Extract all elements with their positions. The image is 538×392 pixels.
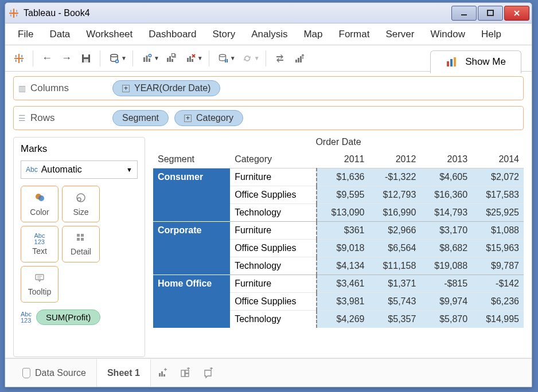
value-cell[interactable]: -$815: [420, 275, 472, 293]
datasource-button[interactable]: [106, 50, 122, 67]
category-cell[interactable]: Office Supplies: [230, 293, 317, 311]
header-year-2013[interactable]: 2013: [420, 151, 472, 168]
value-cell[interactable]: $12,793: [369, 186, 420, 204]
new-story-tab[interactable]: [197, 359, 220, 387]
menu-data[interactable]: Data: [42, 25, 77, 44]
save-button[interactable]: [78, 50, 94, 67]
mark-card-tooltip[interactable]: Tooltip: [21, 266, 59, 303]
value-cell[interactable]: $5,357: [369, 311, 420, 328]
value-cell[interactable]: $16,360: [420, 186, 472, 204]
tableau-logo-icon[interactable]: [11, 50, 27, 67]
svg-rect-11: [14, 58, 24, 59]
autoupdate-button[interactable]: [215, 50, 231, 67]
menu-worksheet[interactable]: Worksheet: [79, 25, 139, 44]
value-cell[interactable]: $3,461: [317, 275, 369, 293]
category-cell[interactable]: Office Supplies: [230, 240, 317, 257]
refresh-button[interactable]: [239, 50, 255, 67]
value-cell[interactable]: $6,564: [369, 240, 420, 257]
menu-format[interactable]: Format: [332, 25, 377, 44]
pill-segment[interactable]: Segment: [112, 110, 169, 126]
value-cell[interactable]: $9,974: [420, 293, 472, 311]
menu-server[interactable]: Server: [379, 25, 421, 44]
value-cell[interactable]: $15,963: [472, 240, 524, 257]
maximize-button[interactable]: [478, 6, 503, 21]
category-cell[interactable]: Furniture: [230, 222, 317, 240]
value-cell[interactable]: $13,090: [317, 204, 369, 222]
minimize-button[interactable]: [451, 6, 477, 21]
value-cell[interactable]: $17,583: [472, 186, 524, 204]
value-cell[interactable]: $9,018: [317, 240, 369, 257]
value-cell[interactable]: $2,966: [369, 222, 420, 240]
value-cell[interactable]: $4,134: [317, 257, 369, 275]
new-worksheet-button[interactable]: [139, 50, 155, 67]
value-cell[interactable]: $1,636: [317, 168, 369, 186]
category-cell[interactable]: Furniture: [230, 275, 317, 293]
menu-map[interactable]: Map: [297, 25, 329, 44]
value-cell[interactable]: $3,170: [420, 222, 472, 240]
value-cell[interactable]: $14,995: [472, 311, 524, 328]
mark-card-color[interactable]: Color: [21, 186, 59, 222]
value-cell[interactable]: $361: [317, 222, 369, 240]
value-cell[interactable]: $9,787: [472, 257, 524, 275]
tab-data-source[interactable]: Data Source: [12, 359, 97, 387]
category-cell[interactable]: Office Supplies: [230, 186, 317, 204]
menu-story[interactable]: Story: [205, 25, 242, 44]
pill-year-order-date-[interactable]: +YEAR(Order Date): [112, 80, 220, 96]
new-worksheet-tab[interactable]: [151, 359, 174, 387]
menu-analysis[interactable]: Analysis: [244, 25, 294, 44]
menu-dashboard[interactable]: Dashboard: [142, 25, 203, 44]
value-cell[interactable]: $1,371: [369, 275, 420, 293]
value-cell[interactable]: $25,925: [472, 204, 524, 222]
tab-sheet-1[interactable]: Sheet 1: [97, 359, 151, 386]
header-year-2012[interactable]: 2012: [369, 151, 420, 168]
value-cell[interactable]: $4,269: [317, 311, 369, 328]
header-segment[interactable]: Segment: [153, 151, 230, 168]
columns-shelf[interactable]: ▥ Columns +YEAR(Order Date): [13, 76, 524, 100]
category-cell[interactable]: Technology: [230, 311, 317, 328]
menu-window[interactable]: Window: [423, 25, 471, 44]
category-cell[interactable]: Technology: [230, 257, 317, 275]
segment-home-office[interactable]: Home Office: [153, 275, 230, 328]
value-cell[interactable]: $6,236: [472, 293, 524, 311]
value-cell[interactable]: $14,793: [420, 204, 472, 222]
close-button[interactable]: [504, 6, 529, 21]
value-cell[interactable]: $1,088: [472, 222, 524, 240]
category-cell[interactable]: Furniture: [230, 168, 317, 186]
duplicate-sheet-button[interactable]: [163, 50, 179, 67]
back-button[interactable]: ←: [39, 50, 55, 67]
value-cell[interactable]: $4,605: [420, 168, 472, 186]
header-category[interactable]: Category: [230, 151, 317, 168]
value-cell[interactable]: $2,072: [472, 168, 524, 186]
header-year-2014[interactable]: 2014: [472, 151, 524, 168]
rows-shelf[interactable]: ☰ Rows Segment+Category: [13, 106, 524, 130]
pill-category[interactable]: +Category: [174, 110, 243, 126]
new-dashboard-tab[interactable]: [174, 359, 197, 387]
forward-button[interactable]: →: [59, 50, 75, 67]
clear-sheet-button[interactable]: [182, 50, 198, 67]
measure-pill[interactable]: SUM(Profit): [36, 309, 100, 325]
value-cell[interactable]: $16,990: [369, 204, 420, 222]
sort-asc-button[interactable]: [291, 50, 307, 67]
segment-consumer[interactable]: Consumer: [153, 168, 230, 222]
value-cell[interactable]: $3,981: [317, 293, 369, 311]
mark-card-text[interactable]: Abc123Text: [21, 226, 59, 262]
svg-rect-70: [211, 367, 212, 370]
value-cell[interactable]: $5,743: [369, 293, 420, 311]
value-cell[interactable]: $19,088: [420, 257, 472, 275]
mark-card-size[interactable]: Size: [62, 186, 100, 222]
value-cell[interactable]: $5,870: [420, 311, 472, 328]
menu-help[interactable]: Help: [474, 25, 508, 44]
show-me-button[interactable]: Show Me: [430, 50, 521, 73]
mark-type-dropdown[interactable]: Abc Automatic ▼: [21, 160, 138, 179]
value-cell[interactable]: -$142: [472, 275, 524, 293]
swap-button[interactable]: [272, 50, 288, 67]
value-cell[interactable]: $8,682: [420, 240, 472, 257]
segment-corporate[interactable]: Corporate: [153, 222, 230, 275]
value-cell[interactable]: $11,158: [369, 257, 420, 275]
menu-file[interactable]: File: [11, 25, 40, 44]
mark-card-detail[interactable]: Detail: [62, 226, 100, 262]
value-cell[interactable]: $9,595: [317, 186, 369, 204]
value-cell[interactable]: -$1,322: [369, 168, 420, 186]
category-cell[interactable]: Technology: [230, 204, 317, 222]
header-year-2011[interactable]: 2011: [317, 151, 369, 168]
